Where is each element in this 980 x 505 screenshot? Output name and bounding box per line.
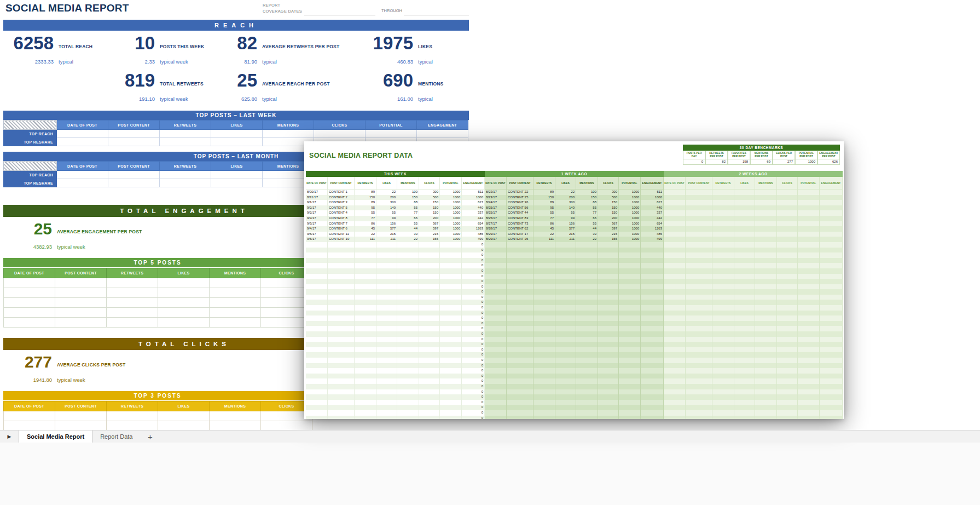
cell[interactable] xyxy=(619,384,641,389)
cell[interactable]: 367 xyxy=(419,221,440,227)
cell[interactable] xyxy=(397,410,419,416)
cell[interactable] xyxy=(376,368,397,374)
cell[interactable] xyxy=(555,258,576,263)
cell[interactable] xyxy=(798,321,820,326)
cell[interactable] xyxy=(798,347,820,353)
cell[interactable] xyxy=(576,263,598,268)
cell[interactable] xyxy=(712,394,734,400)
cell[interactable]: 95 xyxy=(355,205,376,211)
cell[interactable]: 111 xyxy=(355,237,376,242)
cell[interactable] xyxy=(798,242,820,248)
empty-cell[interactable] xyxy=(107,298,158,308)
cell[interactable] xyxy=(619,368,641,374)
cell[interactable] xyxy=(734,221,755,227)
cell[interactable]: 0 xyxy=(462,342,485,347)
cell[interactable] xyxy=(777,342,798,347)
cell[interactable] xyxy=(534,374,555,379)
cell[interactable] xyxy=(397,268,419,274)
cell[interactable] xyxy=(440,410,462,416)
cell[interactable] xyxy=(734,378,755,384)
cell[interactable] xyxy=(440,352,462,358)
cell[interactable] xyxy=(686,263,712,268)
cell[interactable] xyxy=(664,279,686,284)
cell[interactable] xyxy=(534,305,555,311)
cell[interactable] xyxy=(712,363,734,369)
cell[interactable] xyxy=(555,363,576,369)
cell[interactable] xyxy=(328,363,355,369)
cell[interactable] xyxy=(820,279,843,284)
cell[interactable] xyxy=(507,300,534,305)
cell[interactable] xyxy=(777,279,798,284)
cell[interactable] xyxy=(355,394,376,400)
cell[interactable] xyxy=(555,326,576,331)
empty-cell[interactable] xyxy=(4,411,55,421)
cell[interactable] xyxy=(328,274,355,279)
cell[interactable] xyxy=(485,311,507,316)
cell[interactable] xyxy=(306,268,328,274)
cell[interactable] xyxy=(534,248,555,253)
cell[interactable] xyxy=(712,190,734,195)
cell[interactable] xyxy=(755,253,777,258)
cell[interactable] xyxy=(755,289,777,295)
cell[interactable] xyxy=(798,374,820,379)
cell[interactable] xyxy=(777,321,798,326)
cell[interactable] xyxy=(598,300,619,305)
empty-cell[interactable] xyxy=(211,138,263,146)
cell[interactable]: 9/2/17 xyxy=(306,205,328,211)
cell[interactable] xyxy=(734,358,755,363)
cell[interactable] xyxy=(798,268,820,274)
cell[interactable] xyxy=(376,378,397,384)
cell[interactable] xyxy=(686,331,712,337)
cell[interactable] xyxy=(664,358,686,363)
cell[interactable] xyxy=(798,384,820,389)
cell[interactable] xyxy=(712,221,734,227)
cell[interactable] xyxy=(664,326,686,331)
cell[interactable] xyxy=(712,274,734,279)
cell[interactable] xyxy=(798,284,820,290)
cell[interactable] xyxy=(419,389,440,395)
cell[interactable] xyxy=(734,400,755,405)
cell[interactable] xyxy=(328,410,355,416)
cell[interactable] xyxy=(641,268,664,274)
cell[interactable] xyxy=(777,374,798,379)
cell[interactable] xyxy=(376,305,397,311)
cell[interactable] xyxy=(355,389,376,395)
cell[interactable] xyxy=(507,378,534,384)
cell[interactable]: 0 xyxy=(462,400,485,405)
cell[interactable]: 0 xyxy=(462,268,485,274)
cell[interactable] xyxy=(777,268,798,274)
cell[interactable] xyxy=(397,279,419,284)
cell[interactable]: 1263 xyxy=(462,226,485,232)
cell[interactable]: 22 xyxy=(534,232,555,237)
cell[interactable] xyxy=(555,321,576,326)
cell[interactable]: 215 xyxy=(598,232,619,237)
cell[interactable] xyxy=(328,315,355,321)
empty-cell[interactable] xyxy=(210,278,261,288)
empty-cell[interactable] xyxy=(57,138,108,146)
cell[interactable] xyxy=(798,352,820,358)
cell[interactable] xyxy=(777,200,798,205)
cell[interactable]: 0 xyxy=(462,253,485,258)
cell[interactable] xyxy=(555,352,576,358)
cell[interactable]: 77 xyxy=(355,216,376,221)
empty-cell[interactable] xyxy=(211,179,263,187)
cell[interactable] xyxy=(355,352,376,358)
cell[interactable] xyxy=(798,200,820,205)
cell[interactable] xyxy=(485,321,507,326)
cell[interactable]: 9/5/17 xyxy=(306,237,328,242)
cell[interactable] xyxy=(555,295,576,300)
cell[interactable] xyxy=(664,253,686,258)
cell[interactable] xyxy=(712,216,734,221)
cell[interactable] xyxy=(355,295,376,300)
cell[interactable] xyxy=(376,242,397,248)
cell[interactable] xyxy=(534,416,555,419)
cell[interactable] xyxy=(485,305,507,311)
cell[interactable] xyxy=(664,237,686,242)
cell[interactable] xyxy=(686,248,712,253)
cell[interactable]: 0 xyxy=(462,337,485,342)
cell[interactable] xyxy=(798,226,820,232)
cell[interactable] xyxy=(619,300,641,305)
cell[interactable]: 300 xyxy=(376,200,397,205)
cell[interactable] xyxy=(777,384,798,389)
cell[interactable] xyxy=(485,363,507,369)
